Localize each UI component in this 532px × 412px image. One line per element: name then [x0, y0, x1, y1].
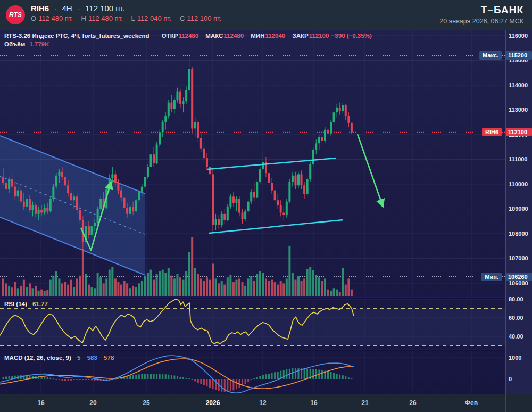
datetime: 20 января 2026, 06:27 МСК	[439, 18, 523, 25]
time-tick-2026: 2026	[201, 399, 225, 407]
rts-logo-icon: RTS	[6, 5, 25, 24]
rsi-tick-60: 60.00	[509, 314, 523, 322]
time-tick-25: 25	[135, 399, 158, 407]
price-tick-107000: 107000	[509, 254, 528, 262]
macd-tick-1000: 1000	[509, 354, 521, 362]
trading-app: RTS RIH6 · 4H · 112 100 пт. O112 480 пт.…	[0, 0, 532, 412]
rsi-tick-80: 80.00	[509, 295, 523, 303]
high-label: H	[81, 14, 86, 22]
macd-tick-0: 0	[509, 375, 512, 383]
price-tick-114000: 114000	[509, 81, 528, 89]
min-price-badge: Мин.	[481, 273, 502, 281]
open-label: O	[31, 14, 36, 22]
time-axis[interactable]: 162025202612162126Фев	[0, 394, 532, 412]
rsi-tick-40: 40.00	[509, 333, 523, 341]
price-tick-113000: 113000	[509, 106, 528, 114]
price-tick-116000: 116000	[509, 32, 528, 40]
price-tick-109000: 109000	[509, 205, 528, 213]
interval-label: 4H	[62, 4, 72, 13]
ohlc-row: O112 480 пт. H112 480 пт. L112 040 пт. C…	[31, 14, 228, 22]
axis-corner-divider	[505, 394, 506, 412]
time-tick-26: 26	[401, 399, 425, 407]
separator-dot: ·	[54, 5, 56, 13]
low-value: 112 040 пт.	[137, 14, 172, 22]
time-tick-12: 12	[251, 399, 275, 407]
price-tick-108000: 108000	[509, 230, 528, 238]
time-tick-Фев: Фев	[460, 399, 483, 407]
time-tick-16: 16	[302, 399, 326, 407]
min-price-axis-badge: 106260	[506, 273, 532, 281]
symbol-title: RIH6	[31, 4, 49, 13]
rts-logo-text: RTS	[9, 11, 22, 19]
chart-canvas[interactable]	[0, 0, 532, 412]
low-label: L	[131, 14, 135, 22]
brand-logo: Т–БАНК	[439, 4, 523, 16]
price-axis[interactable]: 1160001150001140001130001120001110001100…	[505, 30, 532, 394]
max-price-badge: Макс.	[479, 51, 502, 60]
high-value: 112 480 пт.	[88, 14, 123, 22]
separator-dot: ·	[78, 5, 80, 13]
max-price-axis-badge: 115200	[506, 51, 532, 60]
time-tick-16: 16	[29, 399, 53, 407]
time-tick-20: 20	[81, 399, 105, 407]
app-header: RTS RIH6 · 4H · 112 100 пт. O112 480 пт.…	[0, 0, 532, 30]
time-tick-21: 21	[353, 399, 377, 407]
close-label: C	[180, 14, 185, 22]
symbol-row: RIH6 · 4H · 112 100 пт.	[31, 4, 228, 13]
close-value: 112 100 пт.	[187, 14, 221, 22]
price-tick-111000: 111000	[509, 155, 528, 163]
last-price: 112 100 пт.	[85, 4, 125, 13]
price-tick-110000: 110000	[509, 180, 528, 188]
open-value: 112 480 пт.	[38, 14, 73, 22]
current-price-axis-badge: 112100	[506, 128, 532, 136]
current-price-badge: RIH6	[482, 128, 502, 136]
